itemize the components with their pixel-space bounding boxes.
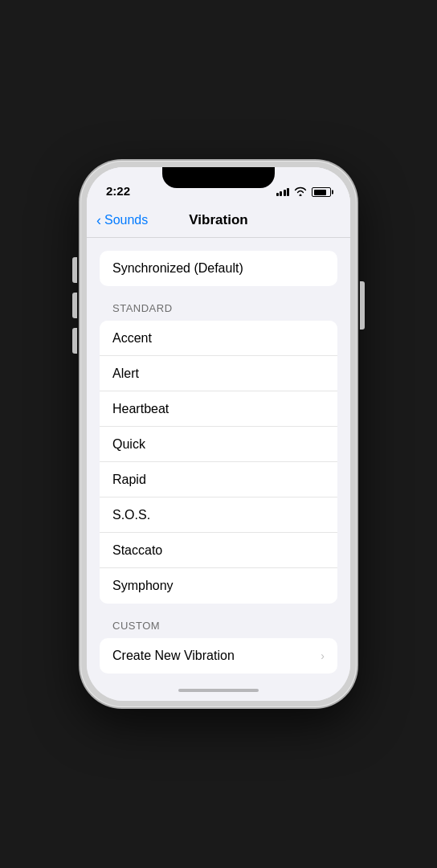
back-button[interactable]: ‹ Sounds: [96, 213, 148, 227]
list-item[interactable]: Symphony: [100, 568, 337, 604]
home-indicator-bar: [178, 689, 259, 692]
list-item[interactable]: S.O.S.: [100, 497, 337, 533]
list-item[interactable]: Alert: [100, 356, 337, 391]
list-item[interactable]: Heartbeat: [100, 391, 337, 427]
signal-icon: [276, 188, 290, 196]
list-item[interactable]: Quick: [100, 427, 337, 462]
standard-header: STANDARD: [87, 302, 350, 321]
item-label: Symphony: [112, 579, 174, 593]
back-chevron-icon: ‹: [96, 213, 101, 227]
synchronized-label: Synchronized (Default): [112, 261, 243, 276]
item-label: Rapid: [112, 473, 146, 487]
home-indicator: [87, 680, 350, 701]
item-label: Alert: [112, 366, 139, 381]
page-title: Vibration: [189, 212, 247, 228]
create-new-vibration-row[interactable]: Create New Vibration ›: [100, 638, 337, 674]
list-item[interactable]: Accent: [100, 321, 337, 356]
wifi-icon: [294, 186, 307, 198]
item-label: Quick: [112, 437, 145, 452]
list-item[interactable]: Staccato: [100, 533, 337, 568]
custom-list: Create New Vibration ›: [100, 638, 337, 674]
list-item[interactable]: Rapid: [100, 462, 337, 497]
phone-frame: 2:22: [80, 161, 357, 707]
create-new-vibration-label: Create New Vibration: [112, 649, 235, 663]
status-time: 2:22: [106, 184, 130, 198]
back-label: Sounds: [104, 213, 148, 227]
battery-icon: [312, 187, 331, 197]
item-label: Accent: [112, 331, 152, 346]
synchronized-row[interactable]: Synchronized (Default): [100, 251, 337, 286]
item-label: Staccato: [112, 543, 162, 558]
item-label: S.O.S.: [112, 508, 150, 522]
navigation-bar: ‹ Sounds Vibration: [87, 203, 350, 238]
synchronized-section: Synchronized (Default): [100, 251, 337, 286]
status-icons: [276, 186, 332, 198]
item-label: Heartbeat: [112, 402, 169, 416]
notch: [162, 167, 275, 188]
standard-list: Accent Alert Heartbeat Quick Rapid: [100, 321, 337, 604]
chevron-right-icon: ›: [321, 649, 325, 662]
content-area: Synchronized (Default) STANDARD Accent A…: [87, 238, 350, 680]
screen: 2:22: [87, 167, 350, 701]
custom-header: CUSTOM: [87, 620, 350, 638]
